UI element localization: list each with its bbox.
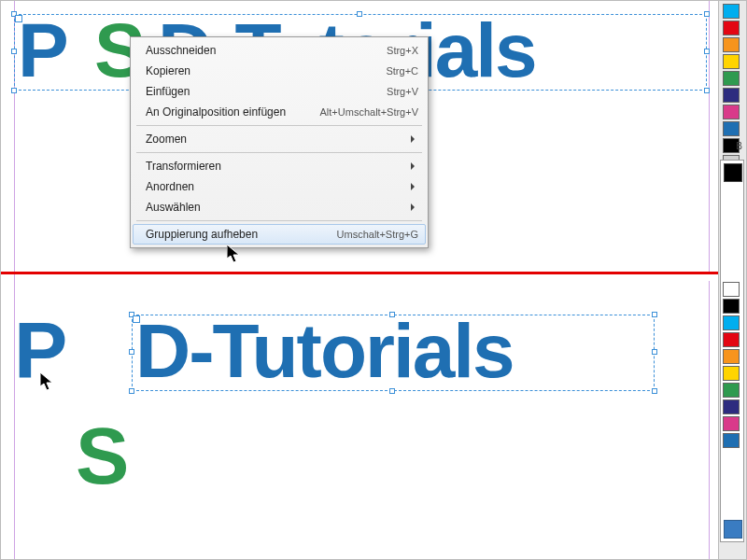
- page-guide: [14, 1, 15, 560]
- swatch[interactable]: [723, 282, 740, 297]
- text-s-bottom[interactable]: S: [76, 410, 127, 502]
- ctx-shortcut: Strg+V: [387, 86, 418, 97]
- ctx-separator: [136, 125, 422, 126]
- ctx-label: An Originalposition einfügen: [146, 105, 320, 119]
- ctx-select[interactable]: Auswählen: [133, 197, 426, 217]
- ctx-paste-in-place[interactable]: An Originalposition einfügen Alt+Umschal…: [133, 102, 426, 122]
- ctx-label: Kopieren: [146, 64, 386, 77]
- swatch[interactable]: [723, 433, 740, 448]
- ctx-arrange[interactable]: Anordnen: [133, 176, 426, 197]
- swatch[interactable]: [723, 399, 740, 414]
- swatch-group-bottom: [719, 281, 743, 449]
- sidebar-label: B: [736, 141, 742, 151]
- text-p-bottom[interactable]: P: [14, 304, 65, 397]
- swatch[interactable]: [723, 37, 740, 52]
- swatch[interactable]: [723, 121, 740, 136]
- ctx-label: Zoomen: [146, 133, 418, 146]
- swatch[interactable]: [723, 315, 740, 330]
- ctx-separator: [136, 152, 422, 153]
- swatch[interactable]: [723, 4, 740, 19]
- ctx-separator: [136, 220, 422, 221]
- swatch[interactable]: [723, 71, 740, 86]
- swatches-panel[interactable]: B: [718, 1, 746, 560]
- ctx-copy[interactable]: Kopieren Strg+C: [133, 61, 426, 81]
- page-guide: [709, 281, 710, 560]
- ctx-label: Transformieren: [146, 160, 418, 173]
- swatch[interactable]: [723, 299, 740, 314]
- swatch[interactable]: [723, 54, 740, 69]
- ctx-label: Ausschneiden: [146, 44, 387, 57]
- text-p-top[interactable]: P: [18, 7, 67, 94]
- panel-divider: [1, 272, 747, 274]
- ctx-shortcut: Alt+Umschalt+Strg+V: [320, 106, 418, 118]
- swatch[interactable]: [723, 332, 740, 347]
- swatch[interactable]: [723, 21, 740, 35]
- ctx-ungroup[interactable]: Gruppierung aufheben Umschalt+Strg+G: [133, 224, 426, 245]
- ctx-label: Auswählen: [146, 201, 418, 214]
- ctx-paste[interactable]: Einfügen Strg+V: [133, 81, 426, 102]
- ctx-shortcut: Strg+C: [386, 65, 418, 77]
- swatch[interactable]: [723, 416, 740, 431]
- ctx-cut[interactable]: Ausschneiden Strg+X: [133, 40, 426, 61]
- ctx-zoom[interactable]: Zoomen: [133, 129, 426, 149]
- ctx-transform[interactable]: Transformieren: [133, 156, 426, 176]
- ctx-label: Anordnen: [146, 180, 418, 193]
- context-menu[interactable]: Ausschneiden Strg+X Kopieren Strg+C Einf…: [130, 36, 429, 248]
- swatch[interactable]: [723, 349, 740, 364]
- swatch[interactable]: [723, 105, 740, 119]
- ctx-shortcut: Strg+X: [387, 45, 418, 56]
- ctx-shortcut: Umschalt+Strg+G: [337, 229, 418, 240]
- swatch[interactable]: [723, 88, 740, 103]
- page-guide: [709, 1, 710, 272]
- ctx-label: Einfügen: [146, 85, 387, 98]
- ctx-label: Gruppierung aufheben: [146, 228, 337, 241]
- text-rest-bottom[interactable]: D-Tutorials: [135, 307, 514, 395]
- swatch[interactable]: [723, 366, 740, 381]
- swatch[interactable]: [723, 383, 740, 398]
